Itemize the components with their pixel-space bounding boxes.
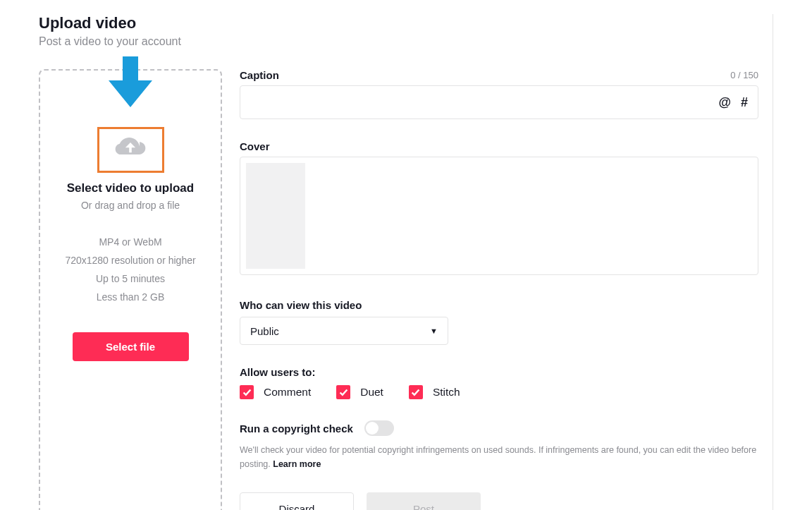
learn-more-link[interactable]: Learn more — [273, 459, 321, 469]
arrow-down-icon — [109, 56, 152, 110]
mention-icon[interactable]: @ — [718, 95, 731, 110]
upload-requirements: MP4 or WebM 720x1280 resolution or highe… — [54, 233, 207, 307]
allow-label: Allow users to: — [240, 366, 758, 378]
toggle-knob — [366, 422, 379, 435]
caption-label: Caption — [240, 69, 279, 81]
hashtag-icon[interactable]: # — [741, 95, 748, 110]
caption-char-count: 0 / 150 — [730, 70, 758, 80]
post-button[interactable]: Post — [367, 492, 481, 510]
copyright-toggle[interactable] — [364, 420, 394, 436]
caption-input[interactable] — [250, 86, 718, 119]
upload-req: MP4 or WebM — [54, 233, 207, 252]
checkbox-duet[interactable]: Duet — [336, 385, 383, 399]
cloud-upload-icon — [115, 138, 146, 163]
checkbox-label: Stitch — [433, 386, 460, 399]
upload-title: Select video to upload — [54, 181, 207, 195]
upload-req: Up to 5 minutes — [54, 270, 207, 289]
caption-input-wrapper[interactable]: @ # — [240, 85, 758, 119]
privacy-select[interactable]: Public ▼ — [240, 317, 448, 345]
check-icon — [240, 385, 254, 399]
check-icon — [409, 385, 423, 399]
select-file-button[interactable]: Select file — [73, 332, 189, 361]
privacy-label: Who can view this video — [240, 299, 758, 311]
checkbox-comment[interactable]: Comment — [240, 385, 311, 399]
checkbox-label: Duet — [360, 386, 383, 399]
upload-cloud-highlight — [97, 127, 164, 173]
upload-dropzone[interactable]: Select video to upload Or drag and drop … — [39, 69, 222, 510]
page-subtitle: Post a video to your account — [39, 35, 758, 48]
page-title: Upload video — [39, 14, 758, 32]
cover-label: Cover — [240, 140, 758, 152]
checkbox-label: Comment — [264, 386, 311, 399]
cover-selector[interactable] — [240, 157, 758, 275]
checkbox-stitch[interactable]: Stitch — [409, 385, 460, 399]
upload-subtitle: Or drag and drop a file — [54, 200, 207, 211]
copyright-description: We'll check your video for potential cop… — [240, 443, 758, 471]
privacy-selected-value: Public — [250, 325, 279, 337]
cover-thumbnail[interactable] — [246, 163, 305, 269]
upload-req: Less than 2 GB — [54, 289, 207, 307]
check-icon — [336, 385, 350, 399]
upload-req: 720x1280 resolution or higher — [54, 252, 207, 270]
discard-button[interactable]: Discard — [240, 492, 354, 510]
copyright-label: Run a copyright check — [240, 423, 353, 435]
chevron-down-icon: ▼ — [430, 327, 438, 335]
